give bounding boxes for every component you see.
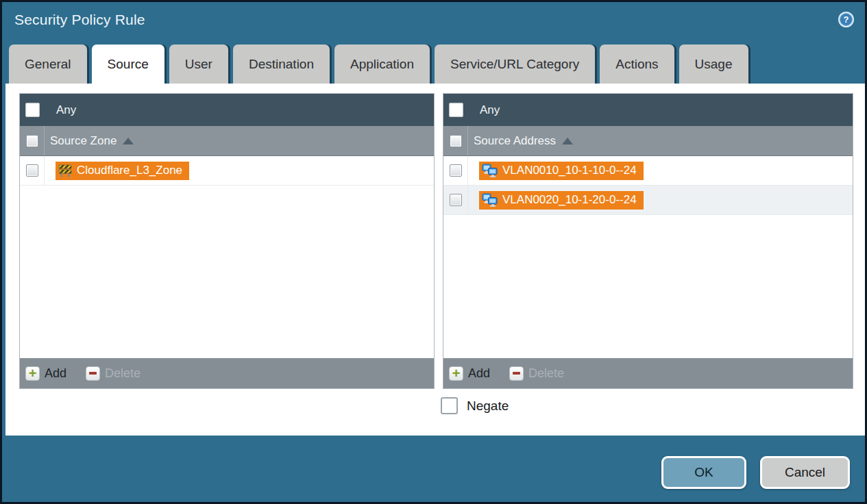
source-address-panel: Any Source Address [443, 93, 853, 389]
source-zone-rows: Cloudflare_L3_Zone [20, 156, 434, 358]
tab-destination[interactable]: Destination [233, 45, 330, 84]
source-address-toolbar: + Add Delete [443, 358, 853, 388]
address-item-chip[interactable]: VLAN0020_10-1-20-0--24 [479, 191, 644, 210]
tab-application[interactable]: Application [334, 45, 430, 84]
sort-ascending-icon [562, 138, 573, 144]
dialog-title: Security Policy Rule [14, 12, 145, 28]
source-zone-column-label[interactable]: Source Zone [50, 134, 134, 148]
column-separator [44, 126, 45, 155]
source-address-rows: VLAN0010_10-1-10-0--24 [443, 156, 853, 358]
source-zone-column-header: Source Zone [20, 126, 434, 156]
add-zone-button[interactable]: + Add [25, 366, 66, 381]
zone-icon [58, 164, 72, 177]
security-policy-rule-dialog: Security Policy Rule ? General Source Us… [0, 0, 867, 504]
tab-source[interactable]: Source [92, 45, 164, 84]
address-item-chip[interactable]: VLAN0010_10-1-10-0--24 [479, 162, 644, 180]
address-item-label: VLAN0020_10-1-20-0--24 [502, 193, 637, 207]
row-checkbox[interactable] [450, 164, 462, 177]
address-icon [482, 193, 498, 207]
source-zone-select-all-checkbox[interactable] [26, 135, 38, 147]
delete-address-button[interactable]: Delete [509, 366, 564, 381]
tab-actions[interactable]: Actions [600, 45, 674, 84]
add-icon: + [25, 366, 40, 381]
source-zone-any-header: Any [20, 94, 434, 126]
source-address-any-header: Any [443, 94, 853, 126]
tab-general[interactable]: General [9, 45, 87, 84]
delete-icon [509, 366, 524, 381]
negate-row: Negate [441, 397, 509, 414]
table-row: Cloudflare_L3_Zone [20, 156, 434, 186]
help-icon[interactable]: ? [838, 11, 855, 28]
add-icon: + [449, 366, 463, 381]
delete-zone-button[interactable]: Delete [86, 366, 141, 381]
address-icon [482, 164, 498, 177]
tab-service-url-category[interactable]: Service/URL Category [435, 45, 595, 84]
delete-icon [86, 366, 100, 381]
address-item-label: VLAN0010_10-1-10-0--24 [502, 164, 637, 177]
source-address-any-label: Any [480, 103, 500, 117]
source-zone-panel: Any Source Zone [19, 93, 435, 389]
source-address-any-checkbox[interactable] [449, 103, 463, 117]
tab-bar: General Source User Destination Applicat… [9, 45, 861, 84]
row-checkbox[interactable] [450, 194, 462, 206]
row-checkbox[interactable] [26, 164, 38, 177]
add-address-button[interactable]: + Add [449, 366, 490, 381]
tab-usage[interactable]: Usage [679, 45, 748, 84]
source-tab-content: Any Source Zone [5, 84, 866, 436]
zone-item-chip[interactable]: Cloudflare_L3_Zone [56, 162, 189, 180]
ok-button[interactable]: OK [661, 456, 746, 489]
source-zone-toolbar: + Add Delete [20, 358, 434, 388]
cancel-button[interactable]: Cancel [760, 456, 850, 489]
sort-ascending-icon [123, 138, 134, 144]
zone-item-label: Cloudflare_L3_Zone [77, 164, 182, 177]
table-row: VLAN0010_10-1-10-0--24 [443, 156, 853, 186]
column-separator [467, 126, 468, 155]
negate-label: Negate [467, 399, 509, 414]
source-address-select-all-checkbox[interactable] [450, 135, 462, 147]
source-zone-any-label: Any [56, 103, 76, 117]
source-address-column-label[interactable]: Source Address [474, 134, 573, 148]
svg-text:?: ? [844, 14, 849, 25]
source-address-column-header: Source Address [443, 126, 853, 156]
source-zone-any-checkbox[interactable] [25, 103, 40, 117]
table-row: VLAN0020_10-1-20-0--24 [443, 186, 853, 215]
tab-user[interactable]: User [169, 45, 228, 84]
negate-checkbox[interactable] [441, 397, 458, 414]
